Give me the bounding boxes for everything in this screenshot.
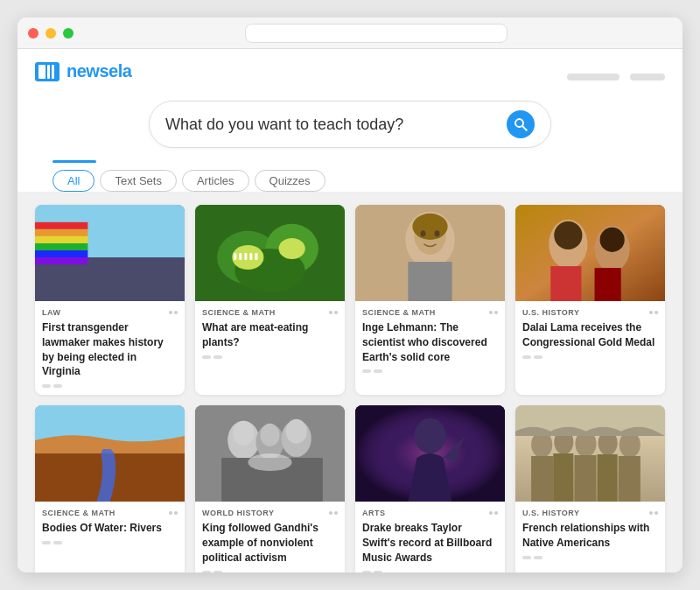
logo-text: newsela: [66, 61, 131, 81]
svg-line-4: [522, 126, 527, 130]
svg-rect-21: [244, 253, 247, 260]
svg-rect-37: [550, 266, 581, 301]
card-king-gandhi[interactable]: WORLD HISTORY King followed Gandhi's exa…: [195, 405, 345, 572]
svg-rect-1: [47, 65, 50, 79]
svg-point-27: [412, 214, 447, 240]
svg-rect-28: [408, 262, 452, 301]
svg-rect-38: [595, 268, 621, 301]
svg-point-18: [279, 238, 305, 259]
logo-area: newsela: [35, 61, 131, 81]
cards-row-2: SCIENCE & MATH Bodies Of Water: Rivers: [35, 405, 665, 572]
card-category: SCIENCE & MATH: [362, 308, 498, 317]
titlebar: [18, 18, 682, 49]
card-title: King followed Gandhi's example of nonvio…: [202, 521, 338, 565]
svg-rect-23: [255, 253, 257, 260]
card-body: U.S. HISTORY Dalai Lama receives the Con…: [515, 301, 665, 366]
card-body: U.S. HISTORY French relationships with N…: [515, 502, 665, 566]
svg-rect-65: [598, 454, 618, 502]
svg-rect-20: [239, 253, 242, 260]
svg-rect-63: [553, 453, 573, 502]
svg-rect-9: [35, 236, 88, 243]
tab-quizzes[interactable]: Quizzes: [255, 170, 326, 192]
svg-rect-10: [35, 243, 88, 250]
svg-rect-11: [35, 250, 88, 257]
card-image-woman: [355, 205, 505, 301]
card-drake[interactable]: ARTS Drake breaks Taylor Swift's record …: [355, 405, 505, 572]
svg-rect-19: [234, 253, 236, 260]
svg-point-36: [600, 228, 625, 252]
svg-point-29: [420, 230, 425, 236]
card-image-girls: [515, 205, 665, 301]
newsela-logo-icon: [35, 62, 60, 81]
card-body: SCIENCE & MATH Inge Lehmann: The scienti…: [355, 301, 505, 380]
search-button[interactable]: [507, 110, 535, 138]
svg-point-51: [248, 453, 291, 471]
search-container: What do you want to teach today?: [35, 101, 665, 148]
tab-all[interactable]: All: [52, 170, 94, 192]
card-dalai-lama[interactable]: U.S. HISTORY Dalai Lama receives the Con…: [515, 205, 665, 395]
search-placeholder-text: What do you want to teach today?: [165, 116, 507, 134]
card-image-history: [515, 405, 665, 502]
svg-rect-8: [35, 229, 88, 236]
svg-point-48: [260, 424, 279, 446]
svg-rect-7: [35, 222, 88, 229]
svg-rect-2: [52, 65, 54, 79]
cards-row-1: LAW First transgender lawmaker makes his…: [35, 205, 665, 395]
app-window: newsela What do you want to teach today?: [18, 18, 682, 572]
card-body: SCIENCE & MATH Bodies Of Water: Rivers: [35, 502, 185, 551]
svg-point-35: [554, 221, 582, 249]
close-dot[interactable]: [28, 28, 38, 39]
svg-point-30: [435, 230, 440, 236]
card-image-venus: [195, 205, 345, 301]
card-image-gandhi: [195, 405, 345, 502]
tabs-row: All Text Sets Articles Quizzes: [35, 170, 665, 192]
card-image-drake: [355, 405, 505, 502]
minimize-dot[interactable]: [46, 28, 56, 39]
card-category: SCIENCE & MATH: [202, 308, 338, 317]
tab-text-sets[interactable]: Text Sets: [100, 170, 176, 192]
card-body: WORLD HISTORY King followed Gandhi's exa…: [195, 502, 345, 572]
card-category: U.S. HISTORY: [522, 308, 658, 317]
svg-rect-62: [531, 456, 553, 502]
content-area: LAW First transgender lawmaker makes his…: [18, 193, 682, 572]
card-body: LAW First transgender lawmaker makes his…: [35, 301, 185, 395]
svg-point-49: [286, 419, 307, 444]
card-body: ARTS Drake breaks Taylor Swift's record …: [355, 502, 505, 572]
card-title: Drake breaks Taylor Swift's record at Bi…: [362, 521, 498, 565]
svg-rect-12: [35, 257, 88, 264]
header: newsela What do you want to teach today?: [18, 49, 682, 193]
card-inge-lehmann[interactable]: SCIENCE & MATH Inge Lehmann: The scienti…: [355, 205, 505, 395]
svg-rect-64: [574, 455, 596, 502]
card-title: What are meat-eating plants?: [202, 320, 338, 350]
card-title: Bodies Of Water: Rivers: [42, 521, 178, 536]
card-title: Inge Lehmann: The scientist who discover…: [362, 320, 498, 364]
search-bar[interactable]: What do you want to teach today?: [149, 101, 551, 148]
tab-articles[interactable]: Articles: [182, 170, 249, 192]
card-category: WORLD HISTORY: [202, 509, 338, 517]
svg-point-47: [233, 421, 254, 446]
svg-point-17: [232, 245, 263, 270]
svg-rect-22: [249, 253, 252, 260]
nav-line-2: [630, 74, 665, 81]
card-title: French relationships with Native America…: [522, 521, 658, 551]
card-meat-eating-plants[interactable]: SCIENCE & MATH What are meat-eating plan…: [195, 205, 345, 395]
card-category: LAW: [42, 308, 178, 317]
card-french-native-americans[interactable]: U.S. HISTORY French relationships with N…: [515, 405, 665, 572]
svg-rect-66: [619, 456, 640, 502]
card-title: First transgender lawmaker makes history…: [42, 320, 178, 379]
card-category: ARTS: [362, 509, 498, 517]
card-title: Dalai Lama receives the Congressional Go…: [522, 320, 658, 350]
nav-line-1: [567, 74, 620, 81]
card-body: SCIENCE & MATH What are meat-eating plan…: [195, 301, 345, 366]
svg-rect-32: [515, 205, 665, 301]
svg-point-54: [414, 418, 445, 453]
card-bodies-of-water[interactable]: SCIENCE & MATH Bodies Of Water: Rivers: [35, 405, 185, 572]
card-transgender-lawmaker[interactable]: LAW First transgender lawmaker makes his…: [35, 205, 185, 395]
card-image-rainbow: [35, 205, 185, 301]
card-category: SCIENCE & MATH: [42, 509, 178, 517]
svg-rect-0: [38, 65, 46, 79]
active-tab-indicator: [52, 160, 96, 163]
maximize-dot[interactable]: [63, 28, 74, 39]
card-image-canyon: [35, 405, 185, 502]
url-bar[interactable]: [245, 24, 508, 43]
